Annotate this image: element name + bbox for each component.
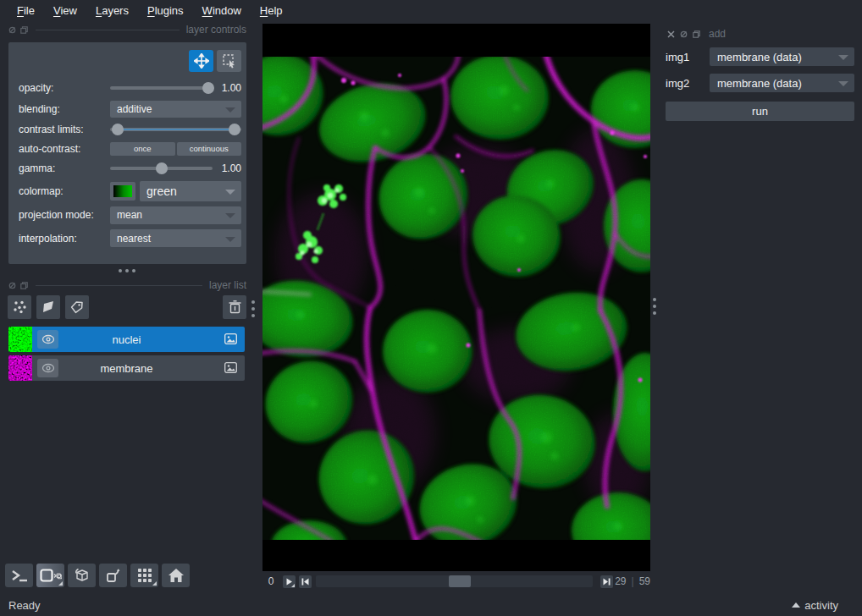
menu-layers[interactable]: Layers [87,3,137,19]
frame-slider-handle[interactable] [449,575,471,587]
roll-dimensions-button[interactable] [68,564,96,587]
opacity-slider[interactable] [110,82,213,94]
img1-dropdown[interactable]: membrane (data) [710,47,854,66]
projection-mode-value: mean [117,209,142,221]
run-button[interactable]: run [666,102,854,121]
projection-mode-dropdown[interactable]: mean [110,206,241,224]
transform-icon [222,53,237,69]
right-splitter-handle[interactable] [653,298,656,315]
frame-slider[interactable] [316,575,593,587]
skip-end-icon [603,578,611,586]
layer-list-title: layer list [209,279,246,291]
colormap-swatch-button[interactable] [110,182,135,201]
grid-view-button[interactable] [130,564,158,587]
activity-label: activity [804,599,838,612]
image-layer-icon [224,333,237,344]
grid-icon [137,568,152,583]
colormap-value: green [146,184,177,198]
auto-contrast-row: auto-contrast: once continuous [19,140,241,157]
img2-dropdown[interactable]: membrane (data) [710,74,854,92]
menu-file[interactable]: File [8,3,43,19]
plugin-dock-titlebar: add [667,28,854,40]
interpolation-label: interpolation: [19,233,110,245]
canvas-viewport[interactable] [262,24,650,571]
2d-3d-toggle-icon [40,569,62,583]
skip-to-start-button[interactable] [299,575,312,588]
img1-row: img1 membrane (data) [666,47,854,66]
layer-row-nuclei[interactable]: nuclei [8,327,245,352]
menu-plugins[interactable]: Plugins [139,3,192,19]
gamma-value: 1.00 [213,162,241,174]
menu-help[interactable]: Help [251,3,291,19]
chevron-down-icon [838,81,848,86]
hide-icon[interactable] [680,30,688,38]
roll-cube-icon [74,567,91,584]
colormap-dropdown[interactable]: green [140,181,241,201]
console-icon [11,569,28,582]
console-button[interactable] [5,564,33,587]
opacity-value: 1.00 [213,82,241,94]
transpose-icon [105,567,122,584]
delete-layer-button[interactable] [223,295,246,319]
contrast-max-handle[interactable] [229,124,240,135]
skip-to-end-button[interactable] [600,575,613,588]
projection-mode-label: projection mode: [19,209,110,221]
napari-window: File View Layers Plugins Window Help lay… [0,0,862,616]
ndisplay-toggle-button[interactable] [36,564,64,587]
img1-label: img1 [666,51,710,63]
pan-zoom-button[interactable] [189,50,213,72]
hide-icon[interactable] [8,282,16,289]
once-button[interactable]: once [110,142,175,156]
hide-icon[interactable] [8,26,16,34]
interpolation-row: interpolation: nearest [19,227,241,250]
layer-row-membrane[interactable]: membrane [8,355,245,381]
current-frame: 29 [615,575,626,587]
chevron-down-icon [838,55,848,60]
new-labels-layer-button[interactable] [65,295,89,319]
interpolation-dropdown[interactable]: nearest [110,229,241,247]
float-icon[interactable] [20,282,28,289]
blending-row: blending: additive [19,99,241,119]
float-icon[interactable] [20,26,28,34]
contrast-min-handle[interactable] [112,124,124,135]
left-splitter-handle[interactable] [251,300,255,317]
chevron-down-icon [225,237,235,242]
new-shapes-layer-button[interactable] [36,295,60,319]
opacity-label: opacity: [19,82,110,94]
chevron-down-icon [225,190,235,195]
interpolation-value: nearest [117,233,151,245]
blending-dropdown[interactable]: additive [110,101,241,118]
plugin-dock: add img1 membrane (data) img2 membrane (… [666,28,854,121]
layer-controls-panel: opacity: 1.00 blending: additive [8,42,246,264]
activity-button[interactable]: activity [792,599,838,612]
float-icon[interactable] [693,30,700,38]
img2-row: img2 membrane (data) [666,74,854,92]
menu-view[interactable]: View [45,3,86,19]
pan-arrows-icon [194,53,209,69]
transform-button[interactable] [217,50,241,72]
caret-up-icon [792,602,800,608]
img2-value: membrane (data) [717,77,802,90]
close-icon[interactable] [667,30,675,38]
home-button[interactable] [162,564,190,587]
play-icon [285,578,293,586]
panel-resize-handle[interactable] [119,269,135,272]
gamma-slider[interactable] [110,162,213,174]
layer-controls-title: layer controls [186,24,246,36]
layer-mode-buttons [189,50,241,72]
menu-window[interactable]: Window [194,3,250,19]
transpose-dimensions-button[interactable] [99,564,127,587]
gamma-label: gamma: [19,162,110,174]
continuous-button[interactable]: continuous [177,142,242,156]
new-points-layer-button[interactable] [8,295,31,319]
gamma-slider-handle[interactable] [156,162,168,174]
green-gradient-swatch [113,185,132,197]
title-divider [36,30,180,30]
layer-name: membrane [8,355,245,381]
labels-tag-icon [69,300,85,315]
opacity-row: opacity: 1.00 [19,77,241,99]
contrast-limits-slider[interactable] [110,124,241,135]
play-button[interactable] [283,575,296,588]
layer-list-titlebar: layer list [8,279,246,291]
chevron-down-icon [225,213,235,218]
